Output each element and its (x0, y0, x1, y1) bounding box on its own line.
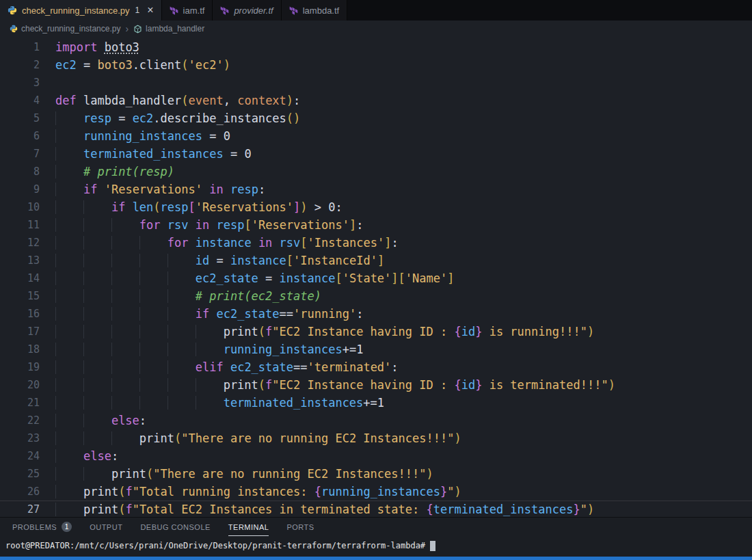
code-text: for instance in rsv['Instances']: (55, 234, 399, 252)
terminal[interactable]: root@PREDATOR:/mnt/c/Users/prani/OneDriv… (0, 536, 752, 557)
code-text: else: (55, 447, 118, 465)
line-number[interactable]: 7 (0, 145, 40, 163)
panel-tab-ports[interactable]: PORTS (286, 518, 314, 536)
breadcrumb-file-label: check_running_instance.py (21, 24, 120, 34)
code-text: if len(resp['Reservations']) > 0: (55, 198, 343, 216)
code-line-9[interactable]: 9 if 'Reservations' in resp: (0, 181, 752, 198)
code-text: running_instances+=1 (55, 341, 363, 358)
code-line-26[interactable]: 26 print(f"Total running instances: {run… (0, 483, 752, 501)
code-line-14[interactable]: 14 ec2_state = instance['State']['Name'] (0, 269, 752, 287)
code-text (55, 74, 62, 92)
code-text: print(f"Total running instances: {runnin… (55, 483, 461, 501)
line-number[interactable]: 21 (0, 394, 40, 412)
code-line-15[interactable]: 15 # print(ec2_state) (0, 287, 752, 305)
terraform-file-icon (289, 6, 298, 15)
code-line-18[interactable]: 18 running_instances+=1 (0, 341, 752, 358)
code-text: def lambda_handler(event, context): (55, 92, 300, 109)
line-number[interactable]: 11 (0, 216, 40, 234)
code-line-13[interactable]: 13 id = instance['InstanceId'] (0, 252, 752, 269)
line-number[interactable]: 9 (0, 181, 40, 198)
editor-tab-bar: check_running_instance.py1×iam.tfprovide… (0, 0, 752, 21)
terraform-file-icon (220, 6, 229, 15)
code-line-12[interactable]: 12 for instance in rsv['Instances']: (0, 234, 752, 252)
vscode-window: check_running_instance.py1×iam.tfprovide… (0, 0, 752, 560)
code-line-27[interactable]: 27 print(f"Total EC2 Instances in termin… (0, 501, 752, 517)
breadcrumb-file[interactable]: check_running_instance.py (10, 24, 120, 34)
code-line-19[interactable]: 19 elif ec2_state=='terminated': (0, 358, 752, 376)
code-text: else: (55, 412, 146, 429)
panel-tab-debug-console[interactable]: DEBUG CONSOLE (140, 518, 210, 536)
code-line-16[interactable]: 16 if ec2_state=='running': (0, 305, 752, 323)
breadcrumb-symbol[interactable]: lambda_handler (133, 24, 204, 34)
code-text: if 'Reservations' in resp: (55, 181, 265, 198)
code-line-7[interactable]: 7 terminated_instances = 0 (0, 145, 752, 163)
panel-tab-bar: PROBLEMS1OUTPUTDEBUG CONSOLETERMINALPORT… (0, 518, 752, 536)
python-file-icon (10, 25, 18, 33)
code-line-5[interactable]: 5 resp = ec2.describe_instances() (0, 109, 752, 127)
line-number[interactable]: 25 (0, 465, 40, 483)
code-line-22[interactable]: 22 else: (0, 412, 752, 429)
line-number[interactable]: 15 (0, 287, 40, 305)
code-line-20[interactable]: 20 print(f"EC2 Instance having ID : {id}… (0, 376, 752, 394)
code-line-6[interactable]: 6 running_instances = 0 (0, 127, 752, 145)
code-text: import boto3 (55, 38, 139, 56)
panel-tab-label: PROBLEMS (12, 523, 57, 531)
line-number[interactable]: 23 (0, 429, 40, 447)
code-line-11[interactable]: 11 for rsv in resp['Reservations']: (0, 216, 752, 234)
line-number[interactable]: 18 (0, 341, 40, 358)
code-line-3[interactable]: 3 (0, 74, 752, 92)
code-line-17[interactable]: 17 print(f"EC2 Instance having ID : {id}… (0, 323, 752, 341)
panel-tab-terminal[interactable]: TERMINAL (228, 518, 269, 536)
terminal-prompt: root@PREDATOR:/mnt/c/Users/prani/OneDriv… (5, 541, 425, 550)
code-line-2[interactable]: 2ec2 = boto3.client('ec2') (0, 56, 752, 74)
python-file-icon (8, 5, 17, 15)
line-number[interactable]: 1 (0, 38, 40, 56)
code-text: print("There are no running EC2 Instance… (55, 465, 433, 483)
line-number[interactable]: 26 (0, 483, 40, 501)
code-text: print(f"EC2 Instance having ID : {id} is… (55, 376, 615, 394)
line-number[interactable]: 19 (0, 358, 40, 376)
code-line-10[interactable]: 10 if len(resp['Reservations']) > 0: (0, 198, 752, 216)
code-line-1[interactable]: 1import boto3 (0, 38, 752, 56)
line-number[interactable]: 12 (0, 234, 40, 252)
line-number[interactable]: 17 (0, 323, 40, 341)
code-line-24[interactable]: 24 else: (0, 447, 752, 465)
editor-tab-check_running_instance.py[interactable]: check_running_instance.py1× (0, 0, 162, 21)
code-text: terminated_instances = 0 (55, 145, 252, 163)
code-line-4[interactable]: 4def lambda_handler(event, context): (0, 92, 752, 109)
line-number[interactable]: 27 (0, 501, 40, 517)
panel-tab-problems[interactable]: PROBLEMS1 (12, 518, 72, 536)
close-icon[interactable]: × (147, 5, 153, 16)
editor-tab-provider.tf[interactable]: provider.tf (213, 0, 281, 21)
code-text: terminated_instances+=1 (55, 394, 384, 412)
status-bar-edge (0, 557, 752, 560)
line-number[interactable]: 13 (0, 252, 40, 269)
line-number[interactable]: 10 (0, 198, 40, 216)
code-line-25[interactable]: 25 print("There are no running EC2 Insta… (0, 465, 752, 483)
code-line-23[interactable]: 23 print("There are no running EC2 Insta… (0, 429, 752, 447)
terminal-cursor (430, 541, 435, 551)
code-text: id = instance['InstanceId'] (55, 252, 384, 269)
line-number[interactable]: 22 (0, 412, 40, 429)
line-number[interactable]: 8 (0, 163, 40, 181)
code-text: ec2_state = instance['State']['Name'] (55, 269, 455, 287)
line-number[interactable]: 5 (0, 109, 40, 127)
panel-tab-label: TERMINAL (228, 523, 269, 531)
code-line-8[interactable]: 8 # print(resp) (0, 163, 752, 181)
line-number[interactable]: 4 (0, 92, 40, 109)
line-number[interactable]: 6 (0, 127, 40, 145)
panel-tab-output[interactable]: OUTPUT (90, 518, 122, 536)
line-number[interactable]: 24 (0, 447, 40, 465)
code-text: print(f"Total EC2 Instances in terminate… (55, 501, 594, 517)
editor-tab-iam.tf[interactable]: iam.tf (162, 0, 213, 21)
line-number[interactable]: 14 (0, 269, 40, 287)
editor-tab-lambda.tf[interactable]: lambda.tf (282, 0, 347, 21)
code-editor[interactable]: 1import boto32ec2 = boto3.client('ec2')3… (0, 37, 752, 517)
code-line-21[interactable]: 21 terminated_instances+=1 (0, 394, 752, 412)
line-number[interactable]: 16 (0, 305, 40, 323)
breadcrumb-symbol-label: lambda_handler (146, 24, 204, 34)
line-number[interactable]: 2 (0, 56, 40, 74)
code-text: running_instances = 0 (55, 127, 230, 145)
line-number[interactable]: 20 (0, 376, 40, 394)
line-number[interactable]: 3 (0, 74, 40, 92)
